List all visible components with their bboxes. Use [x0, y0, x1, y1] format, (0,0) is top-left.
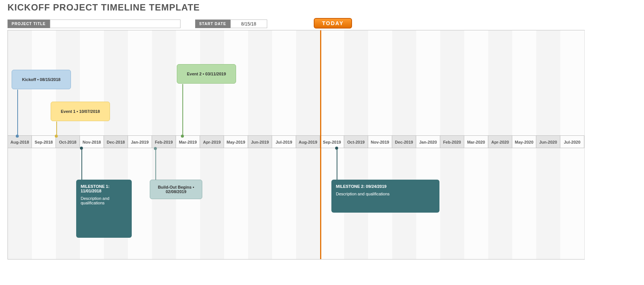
month-Sep-2019: Sep-2019: [320, 135, 344, 148]
timeline-grid: Aug-2018Sep-2018Oct-2018Nov-2018Dec-2018…: [8, 30, 585, 260]
month-Jan-2019: Jan-2019: [128, 135, 152, 148]
month-Oct-2018: Oct-2018: [56, 135, 80, 148]
month-May-2019: May-2019: [224, 135, 248, 148]
project-title-input[interactable]: [50, 20, 181, 28]
event-2[interactable]: Event 2 • 03/11/2019: [177, 64, 236, 84]
month-Oct-2019: Oct-2019: [344, 135, 368, 148]
event-1[interactable]: Event 1 • 10/07/2018: [51, 102, 110, 121]
month-Nov-2019: Nov-2019: [368, 135, 392, 148]
milestone-2-title: MILESTONE 2: 09/24/2019: [336, 184, 387, 189]
month-Jul-2020: Jul-2020: [560, 135, 584, 148]
milestone-1-desc: Description and qualifications: [81, 196, 127, 205]
start-date-input[interactable]: 8/15/18: [230, 20, 267, 28]
today-badge: TODAY: [314, 18, 352, 28]
month-Mar-2020: Mar-2020: [464, 135, 488, 148]
milestone-2-desc: Description and qualifications: [336, 192, 390, 196]
month-Jul-2019: Jul-2019: [272, 135, 296, 148]
header-row: PROJECT TITLE START DATE8/15/18: [8, 20, 267, 28]
month-Feb-2019: Feb-2019: [152, 135, 176, 148]
event-buildout[interactable]: Build-Out Begins • 02/08/2019: [150, 180, 202, 199]
month-axis: Aug-2018Sep-2018Oct-2018Nov-2018Dec-2018…: [8, 135, 584, 148]
event-2-label: Event 2 • 03/11/2019: [187, 72, 226, 76]
month-Aug-2018: Aug-2018: [8, 135, 32, 148]
start-date-label: START DATE: [195, 20, 230, 28]
event-kickoff-label: Kickoff • 08/15/2018: [22, 77, 60, 82]
month-Apr-2020: Apr-2020: [488, 135, 512, 148]
project-title-label: PROJECT TITLE: [8, 20, 50, 28]
month-Jun-2020: Jun-2020: [536, 135, 560, 148]
event-1-label: Event 1 • 10/07/2018: [61, 109, 100, 114]
month-Apr-2019: Apr-2019: [200, 135, 224, 148]
month-Feb-2020: Feb-2020: [440, 135, 464, 148]
milestone-1-title: MILESTONE 1: 11/01/2018: [81, 184, 127, 193]
page-title: KICKOFF PROJECT TIMELINE TEMPLATE: [8, 2, 200, 13]
milestone-2[interactable]: MILESTONE 2: 09/24/2019 Description and …: [331, 180, 439, 213]
milestone-1[interactable]: MILESTONE 1: 11/01/2018 Description and …: [76, 180, 132, 238]
month-Jan-2020: Jan-2020: [416, 135, 440, 148]
event-kickoff[interactable]: Kickoff • 08/15/2018: [12, 70, 71, 89]
month-Sep-2018: Sep-2018: [32, 135, 56, 148]
month-May-2020: May-2020: [512, 135, 536, 148]
month-Nov-2018: Nov-2018: [80, 135, 104, 148]
month-Dec-2019: Dec-2019: [392, 135, 416, 148]
month-Jun-2019: Jun-2019: [248, 135, 272, 148]
month-Mar-2019: Mar-2019: [176, 135, 200, 148]
event-buildout-label: Build-Out Begins • 02/08/2019: [152, 185, 200, 194]
month-Dec-2018: Dec-2018: [104, 135, 128, 148]
month-Aug-2019: Aug-2019: [296, 135, 320, 148]
today-line: [320, 30, 321, 259]
